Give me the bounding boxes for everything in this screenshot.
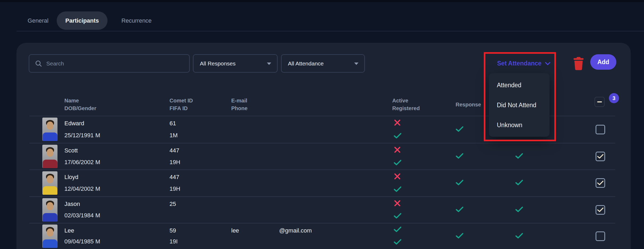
participant-row: Scott 17/06/2002 M 447 19H bbox=[16, 143, 631, 170]
response-check-icon bbox=[455, 153, 464, 160]
response-check-icon bbox=[455, 179, 464, 187]
participant-name: Lee bbox=[64, 227, 74, 234]
participant-name: Edward bbox=[64, 120, 84, 127]
participant-dob-gender: 17/06/2002 M bbox=[64, 159, 100, 166]
header-email: E-mail bbox=[231, 97, 247, 105]
tab-participants-label: Participants bbox=[65, 17, 99, 24]
add-button-label: Add bbox=[597, 59, 609, 66]
row-checkbox-checked[interactable] bbox=[596, 178, 605, 188]
avatar-face bbox=[47, 175, 53, 183]
menu-item-unknown[interactable]: Unknown bbox=[489, 115, 550, 135]
player-photo bbox=[42, 118, 57, 141]
window-top-edge bbox=[0, 0, 644, 2]
checkbox-check-icon bbox=[597, 207, 604, 213]
registered-check-icon bbox=[393, 213, 401, 220]
registered-check-icon bbox=[393, 159, 401, 167]
row-checkbox-checked[interactable] bbox=[596, 152, 605, 161]
header-name: Name bbox=[64, 97, 96, 105]
column-header-status: Active Registered bbox=[392, 97, 420, 112]
tab-participants[interactable]: Participants bbox=[57, 11, 108, 30]
participant-dob-gender: 25/12/1991 M bbox=[64, 132, 100, 139]
column-header-response: Response bbox=[456, 101, 481, 109]
participants-panel: Search All Responses All Attendance Set … bbox=[16, 43, 631, 249]
caret-down-icon bbox=[267, 63, 271, 65]
avatar-jersey bbox=[43, 239, 57, 248]
tab-general-label: General bbox=[28, 17, 48, 24]
active-cross-icon bbox=[393, 173, 401, 181]
checkbox-check-icon bbox=[597, 180, 604, 186]
avatar-jersey bbox=[43, 213, 57, 222]
search-input[interactable]: Search bbox=[29, 54, 190, 73]
attendance-check-icon bbox=[515, 233, 524, 240]
selected-count-badge: 3 bbox=[609, 93, 619, 103]
search-icon bbox=[35, 60, 42, 67]
participant-row: Lee 09/04/1985 M 59 19I lee @gmail.com bbox=[16, 223, 631, 249]
attendance-filter-select[interactable]: All Attendance bbox=[281, 54, 365, 73]
checkbox-check-icon bbox=[597, 154, 604, 159]
comet-id-value: 447 bbox=[170, 147, 179, 154]
responses-filter-select[interactable]: All Responses bbox=[193, 54, 278, 73]
tab-recurrence-label: Recurrence bbox=[121, 17, 152, 24]
participant-name: Lloyd bbox=[64, 174, 79, 181]
participant-row: Jason 02/03/1984 M 25 bbox=[16, 197, 631, 223]
comet-id-value: 25 bbox=[170, 201, 176, 208]
player-photo bbox=[42, 198, 57, 222]
participant-dob-gender: 12/04/2002 M bbox=[64, 185, 100, 192]
header-phone: Phone bbox=[231, 105, 247, 112]
trash-icon bbox=[573, 57, 584, 70]
set-attendance-menu: Attended Did Not Attend Unknown bbox=[489, 73, 550, 137]
set-attendance-label: Set Attendance bbox=[497, 60, 542, 67]
column-header-ids: Comet ID FIFA ID bbox=[170, 97, 193, 112]
tab-general[interactable]: General bbox=[22, 11, 54, 30]
column-header-contact: E-mail Phone bbox=[231, 97, 247, 112]
avatar-face bbox=[47, 229, 53, 236]
column-header-name: Name DOB/Gender bbox=[64, 97, 96, 112]
avatar-jersey bbox=[43, 186, 57, 195]
active-cross-icon bbox=[393, 146, 401, 155]
row-checkbox-checked[interactable] bbox=[596, 205, 605, 215]
fifa-id-value: 19H bbox=[170, 159, 180, 166]
email-prefix: lee bbox=[231, 227, 239, 234]
registered-check-icon bbox=[393, 132, 401, 140]
active-cross-icon bbox=[393, 119, 401, 127]
player-photo bbox=[42, 225, 57, 248]
player-photo bbox=[42, 171, 57, 195]
response-check-icon bbox=[455, 233, 464, 240]
select-all-checkbox[interactable] bbox=[595, 97, 605, 107]
participant-dob-gender: 09/04/1985 M bbox=[64, 238, 100, 245]
attendance-check-icon bbox=[515, 153, 524, 160]
comet-id-value: 447 bbox=[170, 174, 179, 181]
add-button[interactable]: Add bbox=[590, 54, 616, 70]
tab-recurrence[interactable]: Recurrence bbox=[118, 11, 155, 30]
active-cross-icon bbox=[393, 200, 401, 208]
comet-id-value: 61 bbox=[170, 120, 176, 127]
participant-name: Scott bbox=[64, 147, 78, 154]
email-suffix: @gmail.com bbox=[279, 227, 312, 234]
search-placeholder: Search bbox=[46, 60, 64, 67]
attendance-filter-value: All Attendance bbox=[288, 60, 324, 67]
registered-check-icon bbox=[393, 186, 401, 193]
row-checkbox-unchecked[interactable] bbox=[596, 231, 605, 241]
menu-item-did-not-attend[interactable]: Did Not Attend bbox=[489, 95, 550, 115]
row-checkbox-unchecked[interactable] bbox=[596, 125, 605, 134]
player-photo bbox=[42, 145, 57, 168]
participant-dob-gender: 02/03/1984 M bbox=[64, 212, 100, 219]
header-registered: Registered bbox=[392, 105, 420, 112]
header-comet-id: Comet ID bbox=[170, 97, 193, 105]
header-dob-gender: DOB/Gender bbox=[64, 105, 96, 112]
response-check-icon bbox=[455, 206, 464, 214]
attendance-check-icon bbox=[515, 179, 524, 187]
avatar-face bbox=[47, 122, 53, 130]
avatar-face bbox=[47, 202, 53, 210]
delete-button[interactable] bbox=[573, 57, 584, 70]
comet-id-value: 59 bbox=[170, 227, 176, 234]
registered-check-icon bbox=[393, 239, 401, 246]
menu-item-attended[interactable]: Attended bbox=[489, 75, 550, 95]
fifa-id-value: 19I bbox=[170, 238, 178, 245]
avatar-jersey bbox=[43, 160, 57, 168]
participant-row: Lloyd 12/04/2002 M 447 19H bbox=[16, 170, 631, 196]
indeterminate-dash-icon bbox=[597, 101, 602, 102]
attendance-check-icon bbox=[515, 206, 524, 214]
participant-name: Jason bbox=[64, 201, 80, 208]
set-attendance-button[interactable]: Set Attendance bbox=[497, 54, 551, 73]
